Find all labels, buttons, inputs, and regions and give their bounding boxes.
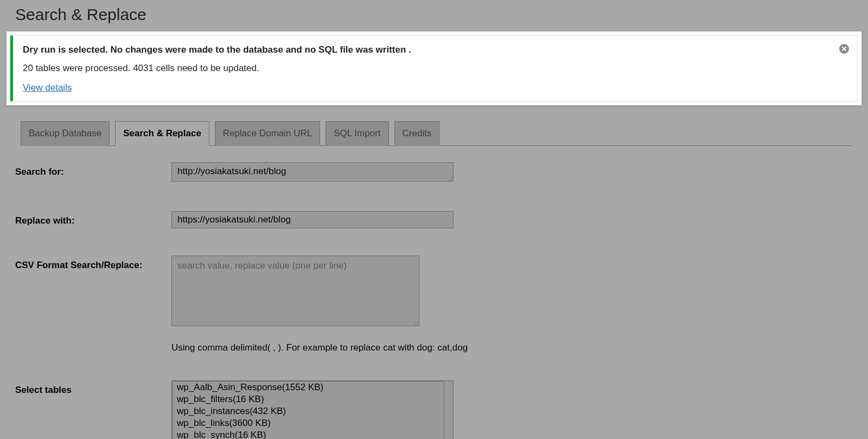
search-for-label: Search for:: [15, 162, 171, 177]
select-tables-label: Select tables: [15, 380, 171, 396]
tab-search-replace[interactable]: Search & Replace: [115, 121, 209, 146]
close-icon[interactable]: [839, 43, 850, 54]
row-search-for: Search for: http://yosiakatsuki.net/blog: [15, 162, 853, 184]
main-content: Backup Database Search & Replace Replace…: [0, 120, 868, 439]
row-select-tables: Select tables wp_Aalb_Asin_Response(1552…: [15, 380, 853, 439]
search-for-input[interactable]: http://yosiakatsuki.net/blog: [171, 162, 454, 182]
tab-backup-database[interactable]: Backup Database: [21, 121, 110, 146]
tab-sql-import[interactable]: SQL Import: [326, 121, 388, 146]
select-tables-input[interactable]: wp_Aalb_Asin_Response(1552 KB) wp_blc_fi…: [172, 381, 444, 439]
notice-highlight: Dry run is selected. No changes were mad…: [7, 31, 861, 105]
notice: Dry run is selected. No changes were mad…: [10, 35, 858, 101]
tab-credits[interactable]: Credits: [394, 121, 440, 146]
replace-with-label: Replace with:: [15, 211, 171, 226]
view-details-link[interactable]: View details: [23, 82, 72, 93]
tab-replace-domain-url[interactable]: Replace Domain URL: [215, 121, 320, 146]
csv-label: CSV Format Search/Replace:: [15, 256, 171, 271]
csv-input[interactable]: [171, 256, 419, 326]
table-option[interactable]: wp_Aalb_Asin_Response(1552 KB): [173, 381, 444, 393]
csv-help-text: Using comma delimited( , ). For example …: [171, 342, 853, 353]
form: Search for: http://yosiakatsuki.net/blog…: [15, 146, 853, 439]
table-option[interactable]: wp_blc_links(3600 KB): [173, 417, 444, 429]
row-replace-with: Replace with:: [15, 211, 853, 228]
table-option[interactable]: wp_blc_synch(16 KB): [173, 429, 444, 439]
tabs: Backup Database Search & Replace Replace…: [21, 120, 853, 146]
notice-title: Dry run is selected. No changes were mad…: [23, 44, 847, 55]
table-option[interactable]: wp_blc_instances(432 KB): [173, 405, 444, 417]
page-title: Search & Replace: [15, 5, 868, 24]
replace-with-input[interactable]: [171, 211, 454, 228]
table-option[interactable]: wp_blc_filters(16 KB): [173, 393, 444, 405]
notice-summary: 20 tables were processed. 4031 cells nee…: [23, 63, 847, 74]
row-csv: CSV Format Search/Replace: Using comma d…: [15, 256, 853, 353]
